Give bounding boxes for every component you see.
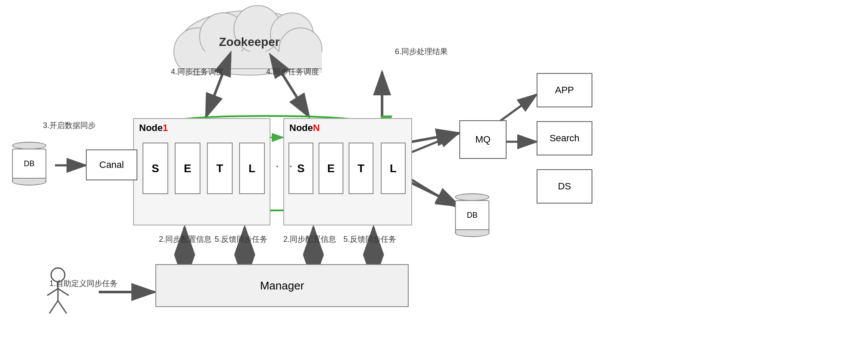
search-box: Search <box>537 121 592 155</box>
svg-line-46 <box>58 301 67 314</box>
svg-point-9 <box>279 28 322 71</box>
nodeN-t-box: T <box>349 143 373 194</box>
svg-point-41 <box>51 268 65 282</box>
node1-s-box: S <box>143 143 168 194</box>
node1-t-box: T <box>207 143 233 194</box>
svg-line-43 <box>47 289 58 295</box>
step5b-label: 5.反馈同步任务 <box>343 234 396 244</box>
nodeN-container: NodeN S E T L <box>283 118 412 225</box>
nodeN-label: NodeN <box>289 122 320 134</box>
node1-container: Node1 S E T L <box>133 118 270 225</box>
svg-point-8 <box>270 13 313 56</box>
step3-label: 3.开启数据同步 <box>43 120 96 131</box>
svg-line-44 <box>58 289 69 295</box>
ds-box: DS <box>537 169 592 204</box>
mq-box: MQ <box>459 120 507 159</box>
svg-line-45 <box>49 301 58 314</box>
ellipsis: · · <box>276 159 296 173</box>
zookeeper-label: Zookeeper <box>219 35 280 49</box>
step5a-label: 5.反馈同步任务 <box>215 234 267 244</box>
canal-box: Canal <box>86 149 137 180</box>
db-left-cylinder: DB <box>12 142 46 186</box>
svg-line-40 <box>406 133 458 155</box>
svg-line-39 <box>406 176 455 206</box>
step2a-label: 2.同步配置信息 <box>159 234 212 244</box>
db-right-cylinder: DB <box>455 193 489 237</box>
nodeN-e-box: E <box>319 143 343 194</box>
step4b-label: 4.同步任务调度 <box>266 67 319 77</box>
nodeN-l-box: L <box>381 143 406 194</box>
person-icon <box>43 266 73 324</box>
manager-box: Manager <box>155 264 409 307</box>
step6-label: 6.同步处理结果 <box>395 46 448 57</box>
node1-label: Node1 <box>139 122 168 134</box>
svg-line-15 <box>281 72 309 117</box>
app-box: APP <box>537 73 592 107</box>
node1-l-box: L <box>239 143 265 194</box>
step2b-label: 2.同步配置信息 <box>283 234 336 244</box>
svg-line-14 <box>206 72 223 117</box>
step4a-label: 4.同步任务调度 <box>171 67 224 77</box>
diagram-container: Zookeeper Node1 S E T L · · NodeN S E T … <box>0 0 868 347</box>
node1-e-box: E <box>175 143 200 194</box>
